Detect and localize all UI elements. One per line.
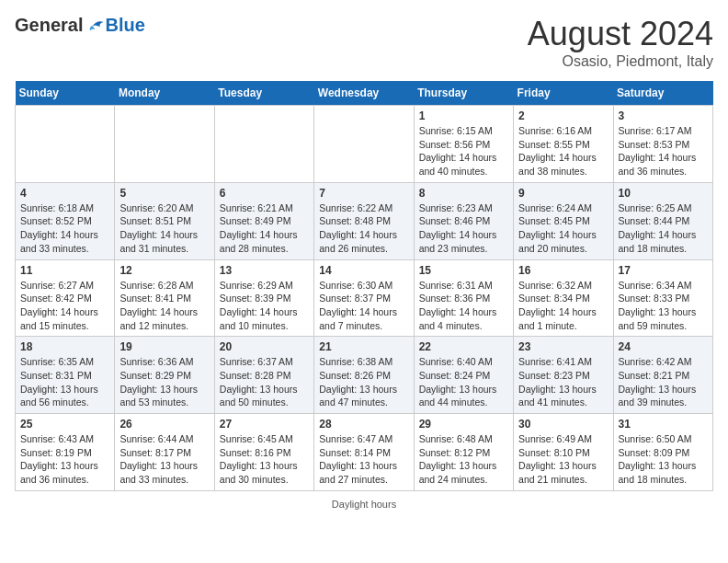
day-info: Sunrise: 6:23 AM Sunset: 8:46 PM Dayligh… bbox=[419, 201, 508, 256]
day-info: Sunrise: 6:29 AM Sunset: 8:39 PM Dayligh… bbox=[220, 279, 309, 333]
day-cell: 27Sunrise: 6:45 AM Sunset: 8:16 PM Dayli… bbox=[214, 414, 313, 491]
day-info: Sunrise: 6:16 AM Sunset: 8:55 PM Dayligh… bbox=[518, 124, 608, 178]
day-info: Sunrise: 6:17 AM Sunset: 8:53 PM Dayligh… bbox=[619, 124, 708, 178]
location-subtitle: Osasio, Piedmont, Italy bbox=[528, 53, 713, 70]
day-info: Sunrise: 6:22 AM Sunset: 8:48 PM Dayligh… bbox=[319, 201, 408, 256]
calendar-table: SundayMondayTuesdayWednesdayThursdayFrid… bbox=[15, 81, 713, 491]
month-title: August 2024 bbox=[528, 15, 713, 53]
day-number: 15 bbox=[419, 264, 508, 277]
day-number: 16 bbox=[518, 264, 608, 277]
day-number: 10 bbox=[619, 187, 708, 200]
day-info: Sunrise: 6:24 AM Sunset: 8:45 PM Dayligh… bbox=[518, 201, 608, 256]
day-number: 30 bbox=[518, 418, 608, 431]
day-info: Sunrise: 6:27 AM Sunset: 8:42 PM Dayligh… bbox=[20, 279, 109, 333]
header-day-saturday: Saturday bbox=[613, 81, 712, 106]
day-number: 13 bbox=[220, 264, 309, 277]
day-number: 28 bbox=[319, 418, 408, 431]
header-day-wednesday: Wednesday bbox=[314, 81, 414, 106]
day-cell: 5Sunrise: 6:20 AM Sunset: 8:51 PM Daylig… bbox=[115, 182, 214, 259]
day-number: 25 bbox=[20, 418, 109, 431]
day-cell: 19Sunrise: 6:36 AM Sunset: 8:29 PM Dayli… bbox=[115, 337, 214, 414]
logo: General Blue bbox=[15, 15, 145, 36]
day-number: 18 bbox=[20, 340, 109, 353]
day-cell: 26Sunrise: 6:44 AM Sunset: 8:17 PM Dayli… bbox=[115, 414, 214, 491]
day-number: 19 bbox=[119, 340, 209, 353]
page-header: General Blue August 2024 Osasio, Piedmon… bbox=[15, 15, 713, 70]
day-cell: 18Sunrise: 6:35 AM Sunset: 8:31 PM Dayli… bbox=[16, 337, 115, 414]
day-cell: 2Sunrise: 6:16 AM Sunset: 8:55 PM Daylig… bbox=[514, 106, 613, 183]
day-cell: 24Sunrise: 6:42 AM Sunset: 8:21 PM Dayli… bbox=[613, 337, 712, 414]
day-number: 7 bbox=[319, 187, 408, 200]
day-info: Sunrise: 6:32 AM Sunset: 8:34 PM Dayligh… bbox=[518, 279, 608, 333]
day-info: Sunrise: 6:36 AM Sunset: 8:29 PM Dayligh… bbox=[119, 355, 209, 409]
day-cell: 13Sunrise: 6:29 AM Sunset: 8:39 PM Dayli… bbox=[214, 259, 313, 337]
header-day-friday: Friday bbox=[514, 81, 613, 106]
title-section: August 2024 Osasio, Piedmont, Italy bbox=[528, 15, 713, 70]
day-number: 21 bbox=[319, 340, 408, 353]
day-cell: 17Sunrise: 6:34 AM Sunset: 8:33 PM Dayli… bbox=[613, 259, 712, 337]
day-cell: 25Sunrise: 6:43 AM Sunset: 8:19 PM Dayli… bbox=[16, 414, 115, 491]
day-info: Sunrise: 6:34 AM Sunset: 8:33 PM Dayligh… bbox=[619, 279, 708, 333]
day-info: Sunrise: 6:25 AM Sunset: 8:44 PM Dayligh… bbox=[619, 201, 708, 256]
day-cell: 30Sunrise: 6:49 AM Sunset: 8:10 PM Dayli… bbox=[514, 414, 613, 491]
day-info: Sunrise: 6:20 AM Sunset: 8:51 PM Dayligh… bbox=[119, 201, 209, 256]
day-cell: 22Sunrise: 6:40 AM Sunset: 8:24 PM Dayli… bbox=[414, 337, 513, 414]
day-info: Sunrise: 6:35 AM Sunset: 8:31 PM Dayligh… bbox=[20, 355, 109, 409]
day-cell bbox=[314, 106, 414, 183]
day-number: 1 bbox=[419, 109, 508, 122]
day-number: 5 bbox=[119, 187, 209, 200]
day-info: Sunrise: 6:44 AM Sunset: 8:17 PM Dayligh… bbox=[119, 432, 209, 487]
day-cell: 12Sunrise: 6:28 AM Sunset: 8:41 PM Dayli… bbox=[115, 259, 214, 337]
day-info: Sunrise: 6:38 AM Sunset: 8:26 PM Dayligh… bbox=[319, 355, 408, 409]
header-day-monday: Monday bbox=[115, 81, 214, 106]
day-cell: 28Sunrise: 6:47 AM Sunset: 8:14 PM Dayli… bbox=[314, 414, 414, 491]
day-number: 12 bbox=[119, 264, 209, 277]
day-info: Sunrise: 6:41 AM Sunset: 8:23 PM Dayligh… bbox=[518, 355, 608, 409]
day-cell: 3Sunrise: 6:17 AM Sunset: 8:53 PM Daylig… bbox=[613, 106, 712, 183]
day-cell bbox=[16, 106, 115, 183]
day-cell: 31Sunrise: 6:50 AM Sunset: 8:09 PM Dayli… bbox=[613, 414, 712, 491]
day-cell: 7Sunrise: 6:22 AM Sunset: 8:48 PM Daylig… bbox=[314, 182, 414, 259]
logo-bird-icon bbox=[86, 17, 105, 35]
week-row-2: 4Sunrise: 6:18 AM Sunset: 8:52 PM Daylig… bbox=[16, 182, 713, 259]
week-row-4: 18Sunrise: 6:35 AM Sunset: 8:31 PM Dayli… bbox=[16, 337, 713, 414]
day-number: 6 bbox=[220, 187, 309, 200]
week-row-1: 1Sunrise: 6:15 AM Sunset: 8:56 PM Daylig… bbox=[16, 106, 713, 183]
day-info: Sunrise: 6:28 AM Sunset: 8:41 PM Dayligh… bbox=[119, 279, 209, 333]
footer-note: Daylight hours bbox=[15, 499, 713, 510]
day-cell: 9Sunrise: 6:24 AM Sunset: 8:45 PM Daylig… bbox=[514, 182, 613, 259]
header-row: SundayMondayTuesdayWednesdayThursdayFrid… bbox=[16, 81, 713, 106]
day-cell: 4Sunrise: 6:18 AM Sunset: 8:52 PM Daylig… bbox=[16, 182, 115, 259]
day-number: 17 bbox=[619, 264, 708, 277]
day-info: Sunrise: 6:21 AM Sunset: 8:49 PM Dayligh… bbox=[220, 201, 309, 256]
day-info: Sunrise: 6:30 AM Sunset: 8:37 PM Dayligh… bbox=[319, 279, 408, 333]
day-number: 27 bbox=[220, 418, 309, 431]
day-number: 29 bbox=[419, 418, 508, 431]
day-info: Sunrise: 6:15 AM Sunset: 8:56 PM Dayligh… bbox=[419, 124, 508, 178]
day-info: Sunrise: 6:40 AM Sunset: 8:24 PM Dayligh… bbox=[419, 355, 508, 409]
day-number: 3 bbox=[619, 109, 708, 122]
day-number: 26 bbox=[119, 418, 209, 431]
day-info: Sunrise: 6:50 AM Sunset: 8:09 PM Dayligh… bbox=[619, 432, 708, 487]
header-day-thursday: Thursday bbox=[414, 81, 513, 106]
day-number: 31 bbox=[619, 418, 708, 431]
day-cell: 16Sunrise: 6:32 AM Sunset: 8:34 PM Dayli… bbox=[514, 259, 613, 337]
day-number: 23 bbox=[518, 340, 608, 353]
day-cell: 6Sunrise: 6:21 AM Sunset: 8:49 PM Daylig… bbox=[214, 182, 313, 259]
day-info: Sunrise: 6:45 AM Sunset: 8:16 PM Dayligh… bbox=[220, 432, 309, 487]
day-info: Sunrise: 6:43 AM Sunset: 8:19 PM Dayligh… bbox=[20, 432, 109, 487]
day-cell: 15Sunrise: 6:31 AM Sunset: 8:36 PM Dayli… bbox=[414, 259, 513, 337]
day-cell: 11Sunrise: 6:27 AM Sunset: 8:42 PM Dayli… bbox=[16, 259, 115, 337]
week-row-5: 25Sunrise: 6:43 AM Sunset: 8:19 PM Dayli… bbox=[16, 414, 713, 491]
day-cell: 23Sunrise: 6:41 AM Sunset: 8:23 PM Dayli… bbox=[514, 337, 613, 414]
day-number: 22 bbox=[419, 340, 508, 353]
day-cell: 20Sunrise: 6:37 AM Sunset: 8:28 PM Dayli… bbox=[214, 337, 313, 414]
day-number: 2 bbox=[518, 109, 608, 122]
day-number: 24 bbox=[619, 340, 708, 353]
day-info: Sunrise: 6:31 AM Sunset: 8:36 PM Dayligh… bbox=[419, 279, 508, 333]
day-cell: 29Sunrise: 6:48 AM Sunset: 8:12 PM Dayli… bbox=[414, 414, 513, 491]
day-number: 8 bbox=[419, 187, 508, 200]
day-cell: 8Sunrise: 6:23 AM Sunset: 8:46 PM Daylig… bbox=[414, 182, 513, 259]
day-number: 4 bbox=[20, 187, 109, 200]
day-number: 14 bbox=[319, 264, 408, 277]
